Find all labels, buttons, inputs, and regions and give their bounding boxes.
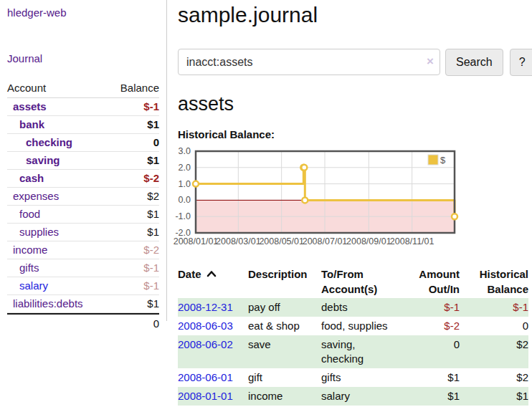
account-balance: $1 (147, 208, 159, 220)
transaction-description: income (248, 387, 321, 406)
chart-x-tick-label: 2008/07/01 (303, 236, 348, 246)
transaction-date-link[interactable]: 2008-06-01 (178, 368, 248, 387)
transaction-amount: $1 (410, 387, 460, 406)
transaction-date-link[interactable]: 2008-01-01 (178, 387, 248, 406)
account-row: food$1 (7, 206, 159, 224)
register-col-balance[interactable]: Historical Balance (460, 265, 528, 298)
clear-search-icon[interactable]: × (427, 54, 434, 69)
account-link[interactable]: expenses (7, 190, 59, 202)
account-link[interactable]: gifts (7, 262, 39, 274)
account-balance: $1 (147, 118, 159, 130)
account-row: salary$-1 (7, 277, 159, 295)
accounts-panel: Account Balance assets$-1bank$1checking0… (7, 80, 159, 332)
account-link[interactable]: liabilities:debts (7, 297, 83, 310)
register-table: Date Description To/From Account(s) Amou… (178, 265, 528, 406)
account-balance: $2 (147, 190, 159, 202)
register-row: 2008-06-01giftgifts$1$2 (178, 368, 528, 387)
chart-x-tick-label: 2008/09/01 (346, 236, 391, 246)
account-link[interactable]: food (7, 208, 40, 220)
main-content: sample.journal × Search ? assets Histori… (167, 0, 532, 406)
account-link[interactable]: cash (7, 172, 44, 184)
chart-x-tick-label: 2008/03/01 (216, 236, 261, 246)
search-input[interactable] (178, 49, 440, 75)
register-row: 2008-06-02savesaving, checking0$2 (178, 335, 528, 368)
accounts-total-value: 0 (153, 317, 159, 330)
chart-data-point[interactable] (452, 214, 457, 219)
account-link[interactable]: assets (7, 100, 47, 112)
account-link[interactable]: saving (7, 154, 60, 166)
legend-label: $ (440, 155, 446, 166)
account-balance: $1 (147, 297, 159, 310)
chart-title: Historical Balance: (178, 128, 532, 140)
register-header-row: Date Description To/From Account(s) Amou… (178, 265, 528, 298)
chart-y-tick-label: -1.0 (175, 211, 191, 221)
chart-y-tick-label: -2.0 (175, 228, 191, 238)
register-row: 2008-01-01incomesalary$1$1 (178, 387, 528, 406)
historical-balance-chart[interactable]: $2008/01/012008/03/012008/05/012008/07/0… (172, 149, 462, 251)
account-balance: $1 (147, 226, 159, 238)
transaction-balance: 0 (460, 317, 528, 335)
account-balance: $-2 (143, 244, 159, 256)
legend-swatch-icon (428, 155, 438, 165)
account-row: cash$-2 (7, 170, 159, 188)
page-title: sample.journal (178, 3, 532, 27)
transaction-date-link[interactable]: 2008-12-31 (178, 298, 248, 317)
transaction-date-link[interactable]: 2008-06-03 (178, 317, 248, 335)
transaction-description: pay off (248, 298, 321, 317)
chart-data-point[interactable] (301, 165, 307, 171)
account-row: expenses$2 (7, 188, 159, 206)
account-link[interactable]: supplies (7, 226, 59, 238)
accounts-total-row: 0 (7, 313, 159, 332)
register-col-date[interactable]: Date (178, 265, 248, 298)
transaction-description: eat & shop (248, 317, 321, 335)
accounts-col-balance: Balance (120, 82, 159, 94)
account-row: checking0 (7, 134, 159, 152)
chart-data-point[interactable] (193, 181, 199, 187)
account-row: liabilities:debts$1 (7, 295, 159, 313)
accounts-list: assets$-1bank$1checking0saving$1cash$-2e… (7, 98, 159, 313)
transaction-accounts: food, supplies (321, 317, 410, 335)
account-row: assets$-1 (7, 98, 159, 116)
sidebar: hledger-web Journal Account Balance asse… (0, 0, 167, 321)
chart-y-tick-label: 2.0 (179, 163, 191, 173)
transaction-description: gift (248, 368, 321, 387)
register-col-amount[interactable]: Amount Out/In (410, 265, 460, 298)
app-brand-link[interactable]: hledger-web (0, 6, 166, 19)
account-balance: $-1 (143, 262, 159, 274)
search-input-wrap: × (178, 49, 440, 76)
chart-y-tick-label: 1.0 (179, 179, 191, 189)
transaction-date-link[interactable]: 2008-06-02 (178, 335, 248, 368)
help-button[interactable]: ? (510, 49, 532, 76)
accounts-header: Account Balance (7, 80, 159, 98)
account-link[interactable]: income (7, 244, 47, 256)
accounts-col-account: Account (7, 82, 46, 94)
account-row: income$-2 (7, 241, 159, 259)
register-col-accounts[interactable]: To/From Account(s) (321, 265, 410, 298)
transaction-balance: $-1 (460, 298, 528, 317)
account-row: saving$1 (7, 152, 159, 170)
chart-x-tick-label: 2008/05/01 (259, 236, 304, 246)
account-link[interactable]: bank (7, 118, 44, 130)
search-form: × Search ? (178, 49, 532, 76)
account-row: gifts$-1 (7, 259, 159, 277)
account-balance: $-2 (143, 172, 159, 184)
register-row: 2008-06-03eat & shopfood, supplies$-20 (178, 317, 528, 335)
account-link[interactable]: checking (7, 136, 72, 148)
chart-x-tick-label: 2008/01/01 (174, 236, 219, 246)
account-balance: $-1 (143, 279, 159, 292)
transaction-balance: $1 (460, 387, 528, 406)
transaction-amount: 0 (410, 335, 460, 368)
chart-y-tick-label: 0.0 (179, 195, 191, 205)
transaction-amount: $1 (410, 368, 460, 387)
transaction-amount: $-1 (410, 298, 460, 317)
transaction-accounts: saving, checking (321, 335, 410, 368)
chart-data-point[interactable] (302, 197, 308, 203)
account-row: bank$1 (7, 116, 159, 134)
transaction-balance: $2 (460, 335, 528, 368)
account-link[interactable]: salary (7, 279, 48, 292)
nav-journal-link[interactable]: Journal (0, 52, 166, 64)
chart-x-tick-label: 2008/11/01 (390, 236, 434, 246)
register-col-description[interactable]: Description (248, 265, 321, 298)
transaction-balance: $2 (460, 368, 528, 387)
search-button[interactable]: Search (445, 49, 503, 76)
